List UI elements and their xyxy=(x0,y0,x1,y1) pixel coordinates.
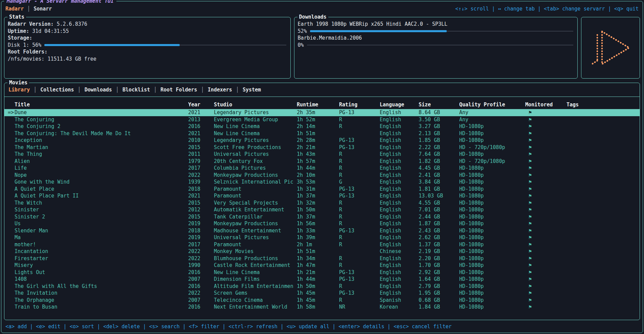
cell-title: Misery xyxy=(15,262,188,269)
header-tags[interactable]: Tags xyxy=(567,101,640,108)
table-row[interactable]: => Dune 2021 Legendary Pictures 2h 35m P… xyxy=(4,109,640,116)
cell-studio: New Line Cinema xyxy=(214,130,297,137)
cell-studio: Monkeypaw Productions xyxy=(214,220,297,227)
header-monitored[interactable]: Monitored xyxy=(525,101,567,108)
cell-title: The Thing xyxy=(15,151,188,158)
cell-size: 2.92 GB xyxy=(419,269,459,276)
cell-studio: Monkey Movies xyxy=(214,248,297,255)
cell-studio: Legendary Pictures xyxy=(214,137,297,144)
monitored-icon: ⚑ xyxy=(525,234,567,241)
monitored-icon: ⚑ xyxy=(525,130,567,137)
movies-table-body: => Dune 2021 Legendary Pictures 2h 35m P… xyxy=(4,109,640,320)
table-row[interactable]: Us 2019 Monkeypaw Productions 1h 56m R E… xyxy=(4,220,640,227)
cell-year: 2007 xyxy=(188,276,214,283)
stats-panel: Stats Radarr Version: 5.2.6.8376 Uptime:… xyxy=(4,17,291,79)
cell-rating: R xyxy=(339,213,380,220)
cell-language: English xyxy=(380,158,419,165)
table-row[interactable]: A Quiet Place 2018 Paramount 1h 31m PG-1… xyxy=(4,186,640,193)
cell-size: 1.85 GB xyxy=(419,137,459,144)
table-row[interactable]: Ma 2019 Universal Pictures 1h 39m R Engl… xyxy=(4,234,640,241)
header-title[interactable]: Title xyxy=(15,101,188,108)
bottom-keybinding-hints: <a> add | <e> edit | <o> sort | <del> de… xyxy=(4,320,640,330)
monitored-icon: ⚑ xyxy=(525,186,567,192)
tab-system[interactable]: System xyxy=(243,86,261,93)
table-row[interactable]: Alien 1979 20th Century Fox 1h 57m R Eng… xyxy=(4,158,640,165)
tab-radarr[interactable]: Radarr xyxy=(5,5,24,12)
table-row[interactable]: The Orphanage 2007 Telecinco Cinema 1h 4… xyxy=(4,297,640,304)
table-row[interactable]: 1408 2007 Dimension Films 1h 44m PG-13 E… xyxy=(4,276,640,283)
table-row[interactable]: Slender Man 2018 Madhouse Entertainment … xyxy=(4,227,640,234)
monitored-icon: ⚑ xyxy=(525,200,567,206)
table-row[interactable]: Lights Out 2016 New Line Cinema 1h 21m P… xyxy=(4,269,640,276)
stats-panel-title: Stats xyxy=(7,14,26,20)
header-size[interactable]: Size xyxy=(419,101,459,108)
table-row[interactable]: The Conjuring: The Devil Made Me Do It 2… xyxy=(4,130,640,137)
selection-arrow: => xyxy=(4,109,15,116)
cell-rating: NR xyxy=(339,304,380,310)
cell-year: 1990 xyxy=(188,262,214,269)
table-row[interactable]: mother! 2017 Paramount 2h 1m R English 1… xyxy=(4,241,640,248)
tab-sonarr[interactable]: Sonarr xyxy=(34,5,52,12)
table-row[interactable]: Incantation 2022 Monkey Movies 1h 51m Ch… xyxy=(4,248,640,255)
cell-rating: R xyxy=(339,297,380,304)
tab-library[interactable]: Library xyxy=(8,86,30,93)
table-row[interactable]: The Girl with All the Gifts 2016 Altitud… xyxy=(4,283,640,290)
cell-quality-profile: HD-1080p xyxy=(459,290,525,296)
cell-runtime: 1h 56m xyxy=(297,220,339,227)
table-row[interactable]: Inception 2010 Legendary Pictures 2h 28m… xyxy=(4,137,640,144)
table-row[interactable]: Sinister 2012 Automatik Entertainment 1h… xyxy=(4,206,640,213)
header-runtime[interactable]: Runtime xyxy=(297,101,339,108)
cell-runtime: 1h 51m xyxy=(297,130,339,137)
tab-collections[interactable]: Collections xyxy=(40,86,74,93)
header-rating[interactable]: Rating xyxy=(339,101,380,108)
downloads-panel-title: Downloads xyxy=(297,14,328,20)
cell-title: 1408 xyxy=(15,276,188,283)
table-row[interactable]: Gone with the Wind 1939 Selznick Interna… xyxy=(4,179,640,186)
header-quality-profile[interactable]: Quality Profile xyxy=(459,101,525,108)
cell-size: 2.20 GB xyxy=(419,255,459,262)
cell-studio: Legendary Pictures xyxy=(214,109,297,116)
tab-downloads[interactable]: Downloads xyxy=(85,86,112,93)
header-year[interactable]: Year xyxy=(188,101,214,108)
header-studio[interactable]: Studio xyxy=(214,101,297,108)
cell-title: Life xyxy=(15,165,188,171)
table-row[interactable]: Nope 2022 Monkeypaw Productions 2h 10m R… xyxy=(4,172,640,179)
monitored-icon: ⚑ xyxy=(525,192,567,199)
tab-indexers[interactable]: Indexers xyxy=(208,86,232,93)
table-row[interactable]: Train to Busan 2016 Next Entertainment W… xyxy=(4,304,640,311)
table-row[interactable]: Sinister 2 2015 Tank Caterpillar 1h 37m … xyxy=(4,213,640,221)
cell-language: English xyxy=(380,283,419,290)
cell-title: Slender Man xyxy=(15,227,188,234)
table-row[interactable]: The Invitation 2022 Screen Gems 1h 45m P… xyxy=(4,290,640,297)
cell-studio: Castle Rock Entertainment xyxy=(214,262,297,269)
disk-progress-fill xyxy=(44,44,180,46)
table-row[interactable]: Life 2017 Columbia Pictures 1h 44m R Eng… xyxy=(4,165,640,172)
cell-studio: 20th Century Fox xyxy=(214,158,297,165)
tab-root-folders[interactable]: Root Folders xyxy=(160,86,197,93)
cell-runtime: 1h 50m xyxy=(297,283,339,290)
cell-runtime: 2h 1m xyxy=(297,241,339,248)
cell-runtime: 1h 51m xyxy=(297,248,339,255)
cell-title: A Quiet Place Part II xyxy=(15,192,188,199)
table-row[interactable]: The Conjuring 2013 Evergreen Media Group… xyxy=(4,116,640,123)
table-row[interactable]: The Witch 2015 Very Special Projects 1h … xyxy=(4,200,640,207)
cell-year: 2015 xyxy=(188,144,214,151)
table-row[interactable]: Misery 1990 Castle Rock Entertainment 1h… xyxy=(4,262,640,269)
table-row[interactable]: Firestarter 2022 Blumhouse Productions 1… xyxy=(4,255,640,262)
table-row[interactable]: The Conjuring 2 2016 New Line Cinema 2h … xyxy=(4,123,640,130)
cell-title: Alien xyxy=(15,158,188,165)
header-language[interactable]: Language xyxy=(380,101,419,108)
cell-rating: PG-13 xyxy=(339,290,380,296)
table-row[interactable]: A Quiet Place Part II 2021 Paramount 1h … xyxy=(4,192,640,200)
cell-size: 2.19 GB xyxy=(419,248,459,255)
monitored-icon: ⚑ xyxy=(525,165,567,171)
tab-blocklist[interactable]: Blocklist xyxy=(123,86,150,93)
cell-runtime: 1h 44m xyxy=(297,276,339,283)
cell-quality-profile: HD-1080p xyxy=(459,276,525,283)
cell-runtime: 1h 58m xyxy=(297,304,339,310)
cell-runtime: 3h 53m xyxy=(297,179,339,185)
table-row[interactable]: The Martian 2015 Scott Free Productions … xyxy=(4,144,640,151)
cell-language: English xyxy=(380,186,419,192)
cell-rating: R xyxy=(339,151,380,158)
table-row[interactable]: The Thing 2011 Universal Pictures 1h 43m… xyxy=(4,151,640,158)
